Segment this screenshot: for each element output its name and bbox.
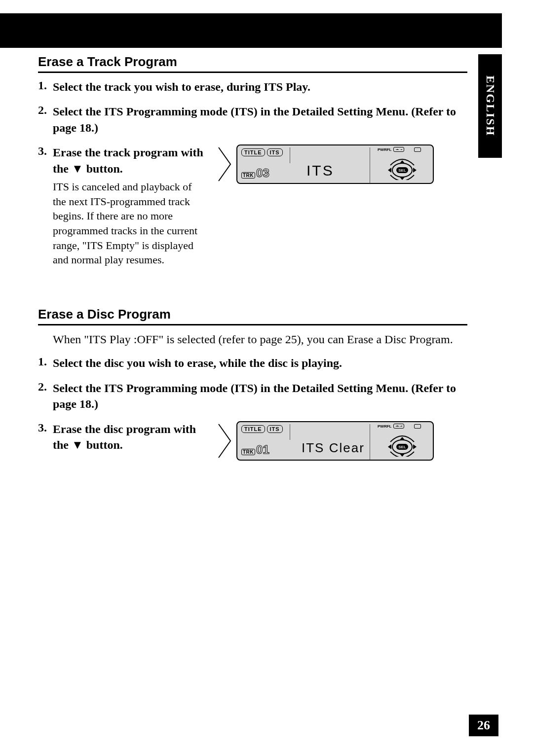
step-text: Select the ITS Programming mode (ITS) in… xyxy=(53,380,467,412)
step-item: Select the ITS Programming mode (ITS) in… xyxy=(38,104,467,136)
svg-marker-10 xyxy=(400,437,405,440)
steps-list-1: Select the track you wish to erase, duri… xyxy=(38,79,467,267)
control-cluster: PWRFL xyxy=(376,424,430,459)
control-cluster: PWRFL xyxy=(376,147,430,182)
step-text: Select the disc you wish to erase, while… xyxy=(53,355,467,371)
step-item: Select the ITS Programming mode (ITS) in… xyxy=(38,380,467,412)
display-figure-2: TITLE ITS TRK 01 ITS Clear PWRFL xyxy=(216,421,438,461)
trk-number: 01 xyxy=(256,443,269,457)
title-pill: TITLE xyxy=(241,425,265,433)
divider xyxy=(370,147,370,183)
trk-label: TRK xyxy=(241,172,255,179)
step-item: Select the disc you wish to erase, while… xyxy=(38,355,467,371)
svg-marker-4 xyxy=(400,177,405,180)
svg-marker-8 xyxy=(388,444,391,449)
step-item: Erase the track program with the ▼ butto… xyxy=(38,144,467,267)
pointer-icon xyxy=(216,421,233,460)
page-number: 26 xyxy=(469,715,498,736)
its-pill: ITS xyxy=(267,425,283,433)
indicator-icon xyxy=(414,424,421,429)
svg-text:SEL: SEL xyxy=(398,168,406,173)
step-text: Erase the track program with the ▼ butto… xyxy=(53,144,206,177)
sel-wheel-icon: SEL xyxy=(384,432,420,457)
svg-marker-3 xyxy=(400,160,405,163)
svg-marker-11 xyxy=(400,454,405,457)
step-note: ITS is canceled and playback of the next… xyxy=(53,180,206,267)
eq-icon xyxy=(393,147,404,152)
divider xyxy=(290,147,290,163)
its-pill: ITS xyxy=(267,148,283,156)
page-content: Erase a Track Program Select the track y… xyxy=(38,54,467,469)
display-main-text: ITS xyxy=(306,162,334,179)
svg-marker-2 xyxy=(413,168,417,173)
pwrfl-label: PWRFL xyxy=(378,424,391,429)
section-intro: When "ITS Play :OFF" is selected (refer … xyxy=(53,331,467,347)
title-pill: TITLE xyxy=(241,148,265,156)
language-label: ENGLISH xyxy=(484,75,497,136)
sel-wheel-icon: SEL xyxy=(384,155,420,180)
lcd-display: TITLE ITS TRK 03 ITS PWRFL xyxy=(236,144,434,184)
svg-text:SEL: SEL xyxy=(398,445,406,449)
svg-marker-1 xyxy=(388,168,391,173)
step-text: Select the ITS Programming mode (ITS) in… xyxy=(53,104,467,136)
trk-label: TRK xyxy=(241,449,255,455)
step-item: Erase the disc program with the ▼ button… xyxy=(38,421,467,461)
section-heading-erase-disc: Erase a Disc Program xyxy=(38,307,467,325)
display-figure-1: TITLE ITS TRK 03 ITS PWRFL xyxy=(216,144,438,184)
steps-list-2: Select the disc you wish to erase, while… xyxy=(38,355,467,460)
divider xyxy=(290,424,290,440)
pwrfl-label: PWRFL xyxy=(378,147,391,152)
pointer-icon xyxy=(216,144,233,183)
step-text: Select the track you wish to erase, duri… xyxy=(53,79,467,95)
divider xyxy=(370,424,370,460)
page-number-text: 26 xyxy=(477,718,490,733)
trk-number: 03 xyxy=(256,166,269,180)
eq-icon xyxy=(393,424,404,429)
header-black-bar xyxy=(0,13,502,48)
step-text: Erase the disc program with the ▼ button… xyxy=(53,421,206,453)
step-item: Select the track you wish to erase, duri… xyxy=(38,79,467,95)
indicator-icon xyxy=(414,147,421,152)
language-tab: ENGLISH xyxy=(478,54,502,158)
svg-marker-9 xyxy=(413,444,417,449)
display-main-text: ITS Clear xyxy=(302,440,365,456)
lcd-display: TITLE ITS TRK 01 ITS Clear PWRFL xyxy=(236,421,434,461)
section-heading-erase-track: Erase a Track Program xyxy=(38,54,467,73)
